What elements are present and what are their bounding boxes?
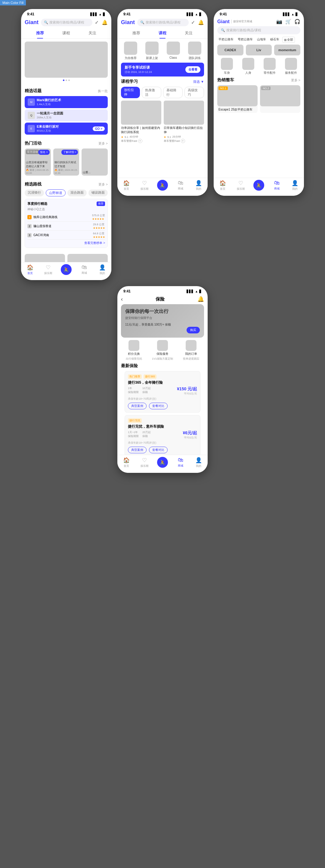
nav-4-mine[interactable]: 👤 我的 bbox=[190, 457, 208, 468]
time-4: 9:41 bbox=[123, 289, 131, 293]
bell-icon-2[interactable]: 🔔 bbox=[198, 20, 204, 25]
search-placeholder-1: 搜索骑行路线/商品/课程 bbox=[50, 20, 84, 25]
bike-type-gravel[interactable]: 砾石车 bbox=[269, 37, 281, 43]
nav-2-explore[interactable]: ♡ 探乐斯 bbox=[135, 180, 154, 191]
activity-card-3[interactable]: 山重... bbox=[82, 149, 108, 176]
part-person[interactable]: 人身 bbox=[239, 58, 258, 75]
part-body[interactable]: 车身 bbox=[217, 58, 236, 75]
brand-cadex[interactable]: CADEX bbox=[217, 44, 243, 55]
part-service[interactable]: 服务配件 bbox=[281, 58, 300, 75]
course-card-2[interactable]: 日常骑车通勤小知识骑行后拉伸 ★ 9.1 25分钟 单车警察Fast + bbox=[164, 101, 204, 143]
tab-home[interactable]: 推荐 bbox=[27, 28, 53, 38]
add-icon-2[interactable]: + bbox=[181, 139, 185, 143]
chip-relax[interactable]: 放松拉伸 bbox=[121, 87, 140, 98]
course-icon-team[interactable]: 团队训练 bbox=[185, 41, 204, 60]
bike-type-road-flat[interactable]: 平把公路车 bbox=[217, 37, 235, 43]
topic-item-1[interactable]: M Mark骑行的艺术 1.4w人互动 bbox=[25, 96, 108, 108]
detail-btn[interactable]: 了解详情 > bbox=[61, 150, 78, 155]
ins-icon[interactable]: 🔔 bbox=[197, 296, 204, 302]
headphone-icon[interactable]: 🎧 bbox=[294, 19, 300, 24]
nav-mine[interactable]: 👤 我的 bbox=[93, 264, 111, 275]
ins-coverage-key: 10万起 bbox=[142, 386, 151, 390]
filter-label[interactable]: 筛选 ▼ bbox=[193, 80, 204, 84]
ins-btn-case-2[interactable]: 典型案例 bbox=[128, 447, 147, 453]
add-icon-1[interactable]: + bbox=[138, 139, 142, 143]
camera-icon[interactable]: 📷 bbox=[276, 19, 282, 24]
all-btn[interactable]: ⊞ 全部 bbox=[282, 37, 295, 43]
nav-explore[interactable]: ♡ 探乐斯 bbox=[39, 264, 57, 275]
activity-card-2[interactable]: 了解详情 > 骑行的快乐只有试过才知道 🔥 邀请 | 2024.08.15-10… bbox=[53, 149, 79, 176]
nav-home[interactable]: 🏠 首页 bbox=[21, 264, 39, 275]
topic-item-3[interactable]: E E来去骑行派对 8018人互动 GO > bbox=[25, 123, 108, 135]
activity-card-1[interactable]: 官方活动 COC 报名 > 山里没有城速带却总能让人慢下来 🔥 邀请 | 202… bbox=[25, 149, 51, 176]
nav-4-shop[interactable]: 🛍 商城 bbox=[171, 457, 190, 468]
part-accessories[interactable]: 零件配件 bbox=[260, 58, 279, 75]
nav-3-shop[interactable]: 🛍 商城 bbox=[268, 180, 286, 191]
course-icon-class[interactable]: Class bbox=[164, 41, 183, 60]
nav-2-shop[interactable]: 🛍 商城 bbox=[171, 180, 190, 191]
cart-icon[interactable]: 🛒 bbox=[285, 19, 291, 24]
route-name-2: 骊山度假香道 bbox=[33, 224, 91, 228]
search-icon-3: 🔍 bbox=[221, 28, 225, 32]
promo-btn[interactable]: 去看看 bbox=[185, 66, 200, 73]
ins-btn-case-1[interactable]: 典型案例 bbox=[128, 403, 147, 409]
course-thumb-2 bbox=[164, 101, 204, 125]
nav-2-mine[interactable]: 👤 我的 bbox=[190, 180, 208, 191]
nav-ride[interactable]: 🚴 bbox=[57, 264, 75, 275]
course-card-1[interactable]: 功率训练分享｜如何搭建室内骑行训练系统 ★ 9.1 40分钟 单车警察Fast … bbox=[121, 101, 161, 143]
route-tag-3[interactable]: 铺设路面 bbox=[89, 189, 108, 196]
ins-quick-orders[interactable]: 我的订单 投单进度跟踪 bbox=[178, 340, 204, 361]
nav-2-home[interactable]: 🏠 首页 bbox=[117, 180, 135, 191]
tab-2-course[interactable]: 课程 bbox=[150, 28, 176, 38]
route-tag-2[interactable]: 混合路面 bbox=[67, 189, 87, 196]
hot-bike-2[interactable]: NO.2 bbox=[260, 85, 300, 113]
check-icon[interactable]: ✓ bbox=[95, 20, 99, 25]
ins-btn-compare-2[interactable]: 套餐对比 bbox=[149, 447, 168, 453]
bell-icon[interactable]: 🔔 bbox=[102, 20, 108, 25]
course-icon-recommend[interactable]: 为你推荐 bbox=[121, 41, 140, 60]
tab-2-home[interactable]: 推荐 bbox=[123, 28, 150, 38]
hot-bike-1[interactable]: NO.1 Escape1 25款平把公路车 bbox=[217, 85, 258, 113]
route-tag-1[interactable]: 山野林道 bbox=[46, 189, 66, 196]
course-icon-new[interactable]: 新课上架 bbox=[142, 41, 161, 60]
search-bar-1[interactable]: 🔍 搜索骑行路线/商品/课程 bbox=[41, 19, 92, 26]
search-bar-2[interactable]: 🔍 搜索骑行路线/商品/课程 bbox=[137, 19, 189, 26]
shop-search[interactable]: 🔍 搜索骑行路线/商品/课程 bbox=[217, 26, 300, 34]
mine-icon-2: 👤 bbox=[195, 180, 202, 186]
tab-2-follow[interactable]: 关注 bbox=[175, 28, 202, 38]
brand-momentum[interactable]: momentum bbox=[274, 44, 300, 55]
route-tag-0[interactable]: 沉浸骑行 bbox=[25, 189, 44, 196]
nav-4-home[interactable]: 🏠 首页 bbox=[117, 457, 135, 468]
view-all-btn[interactable]: 查看完整榜单 > bbox=[27, 241, 105, 245]
signup-btn[interactable]: 报名 > bbox=[38, 150, 50, 155]
routes-more[interactable]: 更多 > bbox=[98, 182, 108, 187]
topics-more[interactable]: 换一批 bbox=[98, 89, 108, 93]
nav-3-home[interactable]: 🏠 首页 bbox=[214, 180, 232, 191]
bike-type-road-curve[interactable]: 弯把公路车 bbox=[236, 37, 254, 43]
phone-shop: 9:41 ▋▋▋ ▲ ▊ Giant 捷安特官方商城 📷 🛒 🎧 🔍 搜索骑行路… bbox=[214, 9, 304, 196]
check-icon-2[interactable]: ✓ bbox=[191, 20, 195, 25]
nav-3-explore[interactable]: ♡ 探乐斯 bbox=[232, 180, 250, 191]
chip-basic[interactable]: 基础骑行 bbox=[163, 87, 183, 98]
bike-type-mountain[interactable]: 山地车 bbox=[256, 37, 267, 43]
back-btn[interactable]: ‹ bbox=[121, 296, 123, 302]
nav-3-ride[interactable]: 🚴 bbox=[250, 180, 268, 191]
ins-quick-service[interactable]: 保险服务 1V1保险方案定制 bbox=[150, 340, 176, 361]
activities-more[interactable]: 更多 > bbox=[98, 141, 108, 146]
chip-warmup[interactable]: 热身激活 bbox=[142, 87, 161, 98]
tab-course[interactable]: 课程 bbox=[53, 28, 79, 38]
nav-4-ride[interactable]: 🚴 bbox=[154, 457, 171, 468]
nav-3-mine[interactable]: 👤 我的 bbox=[286, 180, 304, 191]
brand-liv[interactable]: Liv bbox=[246, 44, 272, 55]
tab-follow[interactable]: 关注 bbox=[79, 28, 105, 38]
ins-btn-compare-1[interactable]: 套餐对比 bbox=[149, 403, 168, 409]
nav-2-ride[interactable]: 🚴 bbox=[154, 180, 171, 191]
topic-item-2[interactable]: Q 一轮满月一念团圆 268w人互动 bbox=[25, 109, 108, 121]
nav-4-explore[interactable]: ♡ 探乐斯 bbox=[135, 457, 154, 468]
ins-quick-points[interactable]: 积分兑换 出行保障无忧 bbox=[121, 340, 147, 361]
hot-bikes-more[interactable]: 更多 > bbox=[291, 78, 300, 83]
ins-buy-btn[interactable]: 购买 bbox=[187, 327, 200, 333]
nav-shop[interactable]: 🛍 商城 bbox=[75, 264, 93, 275]
chip-advanced[interactable]: 高级技巧 bbox=[185, 87, 204, 98]
go-btn-1[interactable]: GO > bbox=[93, 126, 105, 131]
